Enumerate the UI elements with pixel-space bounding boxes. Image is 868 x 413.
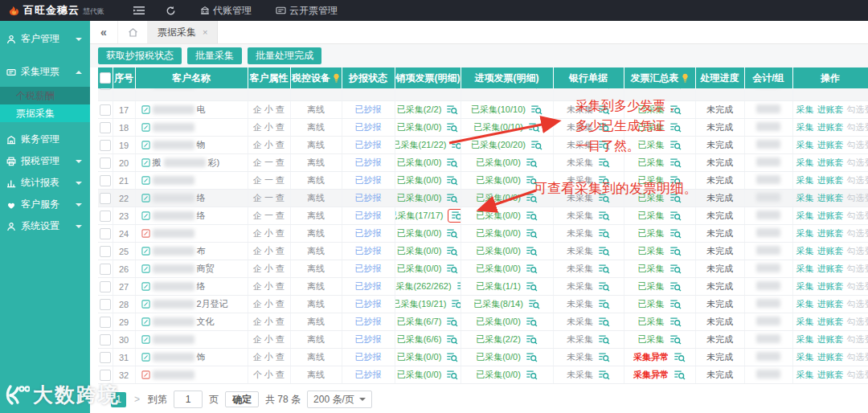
sidebar-subitem-personal-tax[interactable]: 个税薪酬	[0, 87, 90, 104]
sales-detail-icon[interactable]	[446, 352, 458, 362]
bank-detail-icon[interactable]	[598, 211, 610, 221]
sales-detail-icon[interactable]	[457, 281, 461, 292]
sales-detail-icon[interactable]	[448, 209, 461, 223]
bank-detail-icon[interactable]	[598, 352, 610, 362]
bank-detail-icon[interactable]	[598, 88, 610, 89]
summary-detail-icon[interactable]	[669, 157, 682, 168]
purchase-detail-icon[interactable]	[526, 88, 538, 89]
get-report-status-button[interactable]: 获取抄报税状态	[98, 47, 182, 64]
op-account-set-link[interactable]: 进账套	[817, 157, 844, 167]
op-account-set-link[interactable]: 进账套	[817, 281, 844, 291]
sales-detail-icon[interactable]	[446, 88, 458, 89]
row-checkbox[interactable]	[100, 264, 111, 275]
row-checkbox[interactable]	[100, 175, 111, 186]
edit-customer-icon[interactable]	[141, 282, 150, 291]
summary-detail-icon[interactable]	[669, 122, 682, 133]
summary-detail-icon[interactable]	[669, 246, 682, 256]
bank-detail-icon[interactable]	[598, 175, 610, 186]
sidebar-item-settings[interactable]: 系统设置	[0, 215, 90, 237]
sales-detail-icon[interactable]	[446, 317, 458, 327]
edit-customer-icon[interactable]	[141, 211, 150, 220]
op-collect-link[interactable]: 采集	[796, 211, 814, 220]
purchase-detail-icon[interactable]	[526, 211, 538, 221]
edit-customer-icon[interactable]	[141, 229, 150, 238]
purchase-detail-icon[interactable]	[526, 334, 538, 345]
edit-customer-icon[interactable]	[141, 300, 150, 309]
bank-detail-icon[interactable]	[598, 104, 610, 115]
purchase-detail-icon[interactable]	[530, 140, 542, 150]
sales-detail-icon[interactable]	[446, 246, 458, 256]
op-collect-link[interactable]: 采集	[796, 246, 814, 256]
op-check-login-link[interactable]: 勾选登录	[847, 299, 868, 309]
edit-customer-icon[interactable]	[141, 105, 150, 114]
summary-detail-icon[interactable]	[669, 104, 682, 115]
op-collect-link[interactable]: 采集	[796, 352, 814, 362]
select-all-checkbox[interactable]	[100, 72, 111, 84]
sales-detail-icon[interactable]	[446, 334, 458, 345]
nav-item-agency-management[interactable]: 代账管理	[200, 4, 252, 18]
op-collect-link[interactable]: 采集	[796, 228, 814, 238]
edit-customer-icon[interactable]	[141, 123, 150, 132]
bank-detail-icon[interactable]	[598, 140, 610, 150]
op-check-login-link[interactable]: 勾选登录	[847, 228, 868, 238]
sales-detail-icon[interactable]	[451, 140, 461, 150]
summary-detail-icon[interactable]	[669, 281, 682, 292]
row-checkbox[interactable]	[100, 122, 111, 133]
row-checkbox[interactable]	[100, 370, 111, 381]
summary-detail-icon[interactable]	[674, 370, 686, 380]
op-check-login-link[interactable]: 勾选登录	[847, 264, 868, 273]
op-account-set-link[interactable]: 进账套	[817, 211, 844, 220]
op-check-login-link[interactable]: 勾选登录	[847, 317, 868, 326]
summary-detail-icon[interactable]	[669, 193, 682, 203]
row-checkbox[interactable]	[100, 228, 111, 239]
purchase-detail-icon[interactable]	[526, 370, 538, 380]
sidebar-subitem-invoice-collection[interactable]: 票据采集	[0, 104, 90, 122]
purchase-detail-icon[interactable]	[526, 228, 538, 239]
bank-detail-icon[interactable]	[598, 122, 610, 133]
purchase-detail-icon[interactable]	[530, 104, 542, 115]
confirm-jump-button[interactable]: 确定	[225, 391, 259, 407]
bank-detail-icon[interactable]	[598, 157, 610, 168]
refresh-icon[interactable]	[166, 6, 176, 16]
purchase-detail-icon[interactable]	[528, 122, 540, 133]
row-checkbox[interactable]	[100, 193, 111, 204]
op-account-set-link[interactable]: 进账套	[817, 299, 844, 309]
op-collect-link[interactable]: 采集	[796, 299, 814, 309]
sidebar-item-ticket-collection[interactable]: 采集理票	[0, 61, 90, 83]
sales-detail-icon[interactable]	[446, 104, 458, 115]
purchase-detail-icon[interactable]	[526, 281, 538, 292]
summary-detail-icon[interactable]	[669, 140, 682, 150]
op-collect-link[interactable]: 采集	[796, 193, 814, 202]
sales-detail-icon[interactable]	[446, 193, 458, 203]
op-account-set-link[interactable]: 进账套	[817, 317, 844, 326]
op-check-login-link[interactable]: 勾选登录	[847, 175, 868, 185]
edit-customer-icon[interactable]	[141, 335, 150, 344]
row-checkbox[interactable]	[100, 211, 111, 222]
purchase-detail-icon[interactable]	[526, 264, 538, 274]
row-checkbox[interactable]	[100, 104, 111, 116]
op-collect-link[interactable]: 采集	[796, 317, 814, 326]
bank-detail-icon[interactable]	[598, 281, 610, 292]
summary-detail-icon[interactable]	[669, 334, 682, 345]
tabs-scroll-left-icon[interactable]: «	[90, 21, 118, 43]
row-checkbox[interactable]	[100, 157, 111, 169]
page-size-select[interactable]: 200 条/页	[307, 391, 372, 408]
sales-detail-icon[interactable]	[446, 370, 458, 380]
purchase-detail-icon[interactable]	[526, 317, 538, 327]
tab-invoice-collection[interactable]: 票据采集 ×	[148, 21, 218, 43]
edit-customer-icon[interactable]	[141, 353, 150, 362]
sales-detail-icon[interactable]	[446, 228, 458, 239]
op-collect-link[interactable]: 采集	[796, 264, 814, 273]
next-page-icon[interactable]: >	[133, 394, 141, 405]
home-tab-icon[interactable]	[118, 21, 148, 43]
sales-detail-icon[interactable]	[451, 299, 461, 309]
row-checkbox[interactable]	[100, 299, 111, 310]
summary-detail-icon[interactable]	[669, 228, 682, 239]
bank-detail-icon[interactable]	[598, 370, 610, 380]
close-tab-icon[interactable]: ×	[203, 27, 207, 37]
bank-detail-icon[interactable]	[598, 317, 610, 327]
op-account-set-link[interactable]: 进账套	[817, 334, 844, 344]
edit-customer-icon[interactable]	[141, 264, 150, 273]
op-collect-link[interactable]: 采集	[796, 370, 814, 379]
summary-detail-icon[interactable]	[669, 211, 682, 221]
